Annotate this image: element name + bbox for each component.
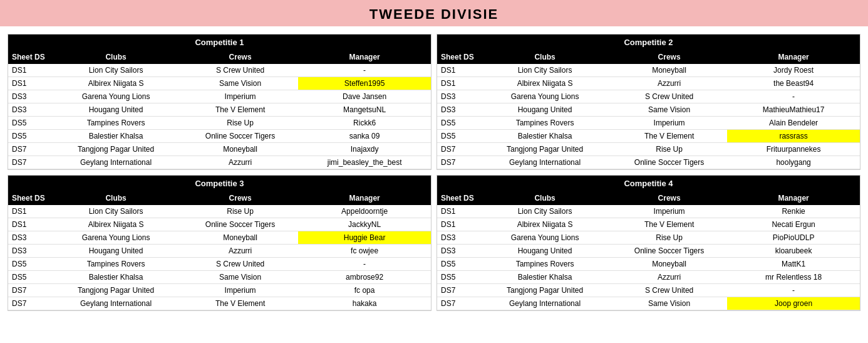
cell-crew: S Crew United bbox=[182, 258, 298, 271]
cell-club: Lion City Sailors bbox=[49, 64, 182, 77]
cell-manager: - bbox=[298, 258, 431, 271]
cell-sheet: DS3 bbox=[8, 90, 49, 103]
cell-crew: Same Vision bbox=[611, 297, 727, 310]
cell-sheet: DS3 bbox=[437, 231, 478, 245]
table-row: DS7Tangjong Pagar UnitedS Crew United- bbox=[437, 284, 860, 297]
cell-crew: Moneyball bbox=[611, 258, 727, 271]
cell-sheet: DS1 bbox=[8, 205, 49, 218]
cell-sheet: DS7 bbox=[8, 297, 49, 310]
cell-club: Tampines Rovers bbox=[49, 117, 182, 130]
table-row: DS5Tampines RoversMoneyballMattK1 bbox=[437, 258, 860, 271]
cell-sheet: DS1 bbox=[8, 77, 49, 90]
cell-club: Geylang International bbox=[478, 156, 611, 169]
cell-club: Tampines Rovers bbox=[478, 117, 611, 130]
cell-sheet: DS3 bbox=[437, 90, 478, 103]
cell-crew: S Crew United bbox=[611, 90, 727, 103]
cell-club: Lion City Sailors bbox=[478, 205, 611, 218]
comp-table-1: Sheet DSClubsCrewsManagerDS1Lion City Sa… bbox=[8, 50, 431, 169]
cell-club: Garena Young Lions bbox=[49, 90, 182, 103]
cell-manager: Huggie Bear bbox=[298, 231, 431, 245]
col-header-manager: Manager bbox=[727, 50, 860, 64]
competitie-block-1: Competitie 1Sheet DSClubsCrewsManagerDS1… bbox=[8, 34, 431, 170]
comp-table-3: Sheet DSClubsCrewsManagerDS1Lion City Sa… bbox=[8, 191, 431, 310]
cell-club: Balestier Khalsa bbox=[478, 271, 611, 284]
cell-sheet: DS5 bbox=[437, 258, 478, 271]
cell-crew: Imperium bbox=[611, 205, 727, 218]
cell-crew: Azzurri bbox=[182, 156, 298, 169]
table-row: DS3Garena Young LionsRise UpPioPioUDLP bbox=[437, 231, 860, 245]
table-row: DS3Garena Young LionsMoneyballHuggie Bea… bbox=[8, 231, 431, 245]
cell-manager: the Beast94 bbox=[727, 77, 860, 90]
cell-sheet: DS5 bbox=[8, 117, 49, 130]
table-row: DS1Lion City SailorsImperiumRenkie bbox=[437, 205, 860, 218]
cell-sheet: DS3 bbox=[437, 245, 478, 258]
cell-crew: Online Soccer Tigers bbox=[182, 130, 298, 143]
cell-sheet: DS7 bbox=[8, 284, 49, 297]
col-header-clubs: Clubs bbox=[478, 191, 611, 205]
cell-sheet: DS7 bbox=[437, 297, 478, 310]
cell-crew: Rise Up bbox=[182, 205, 298, 218]
cell-manager: Renkie bbox=[727, 205, 860, 218]
cell-crew: The V Element bbox=[611, 218, 727, 231]
cell-club: Balestier Khalsa bbox=[478, 130, 611, 143]
comp-title-2: Competitie 2 bbox=[437, 34, 860, 50]
col-header-manager: Manager bbox=[727, 191, 860, 205]
page-title: TWEEDE DIVISIE bbox=[0, 0, 868, 26]
cell-crew: Imperium bbox=[611, 117, 727, 130]
cell-crew: Imperium bbox=[182, 90, 298, 103]
table-row: DS3Hougang UnitedAzzurrifc owjee bbox=[8, 245, 431, 258]
comp-table-2: Sheet DSClubsCrewsManagerDS1Lion City Sa… bbox=[437, 50, 860, 169]
comp-title-4: Competitie 4 bbox=[437, 176, 860, 191]
cell-club: Albirex Niigata S bbox=[478, 218, 611, 231]
cell-manager: Dave Jansen bbox=[298, 90, 431, 103]
cell-crew: Azzurri bbox=[611, 271, 727, 284]
table-row: DS5Balestier KhalsaAzzurrimr Relentless … bbox=[437, 271, 860, 284]
table-row: DS1Lion City SailorsS Crew United- bbox=[8, 64, 431, 77]
comp-title-3: Competitie 3 bbox=[8, 176, 431, 191]
cell-sheet: DS1 bbox=[8, 64, 49, 77]
table-row: DS7Tangjong Pagar UnitedRise UpFrituurpa… bbox=[437, 143, 860, 156]
cell-manager: jimi_beasley_the_best bbox=[298, 156, 431, 169]
cell-manager: Alain Bendeler bbox=[727, 117, 860, 130]
cell-manager: Rickk6 bbox=[298, 117, 431, 130]
cell-club: Hougang United bbox=[49, 103, 182, 117]
table-row: DS1Albirex Niigata SThe V ElementNecati … bbox=[437, 218, 860, 231]
table-row: DS1Lion City SailorsRise UpAppeldoorntje bbox=[8, 205, 431, 218]
cell-crew: Online Soccer Tigers bbox=[182, 218, 298, 231]
cell-manager: ambrose92 bbox=[298, 271, 431, 284]
col-header-sheet-ds: Sheet DS bbox=[8, 191, 49, 205]
comp-title-1: Competitie 1 bbox=[8, 34, 431, 50]
cell-sheet: DS1 bbox=[8, 218, 49, 231]
cell-club: Tangjong Pagar United bbox=[478, 284, 611, 297]
table-row: DS7Geylang InternationalOnline Soccer Ti… bbox=[437, 156, 860, 169]
table-row: DS7Geylang InternationalSame VisionJoop … bbox=[437, 297, 860, 310]
cell-sheet: DS3 bbox=[437, 103, 478, 117]
cell-sheet: DS7 bbox=[437, 143, 478, 156]
cell-club: Geylang International bbox=[49, 156, 182, 169]
cell-manager: sanka 09 bbox=[298, 130, 431, 143]
cell-manager: rassrass bbox=[727, 130, 860, 143]
cell-manager: Inajaxdy bbox=[298, 143, 431, 156]
cell-crew: Azzurri bbox=[182, 245, 298, 258]
cell-club: Hougang United bbox=[478, 103, 611, 117]
col-header-sheet-ds: Sheet DS bbox=[8, 50, 49, 64]
col-header-clubs: Clubs bbox=[49, 191, 182, 205]
table-row: DS3Hougang UnitedOnline Soccer Tigersklo… bbox=[437, 245, 860, 258]
cell-manager: fc owjee bbox=[298, 245, 431, 258]
cell-club: Garena Young Lions bbox=[49, 231, 182, 245]
cell-sheet: DS5 bbox=[8, 258, 49, 271]
cell-sheet: DS1 bbox=[437, 77, 478, 90]
col-header-clubs: Clubs bbox=[49, 50, 182, 64]
table-row: DS7Tangjong Pagar UnitedMoneyballInajaxd… bbox=[8, 143, 431, 156]
cell-crew: The V Element bbox=[611, 130, 727, 143]
cell-club: Albirex Niigata S bbox=[478, 77, 611, 90]
col-header-crews: Crews bbox=[182, 50, 298, 64]
cell-club: Tampines Rovers bbox=[478, 258, 611, 271]
cell-club: Balestier Khalsa bbox=[49, 271, 182, 284]
cell-manager: - bbox=[727, 90, 860, 103]
cell-manager: mr Relentless 18 bbox=[727, 271, 860, 284]
cell-club: Geylang International bbox=[478, 297, 611, 310]
cell-crew: S Crew United bbox=[611, 284, 727, 297]
cell-crew: Same Vision bbox=[182, 271, 298, 284]
table-row: DS1Albirex Niigata SOnline Soccer Tigers… bbox=[8, 218, 431, 231]
